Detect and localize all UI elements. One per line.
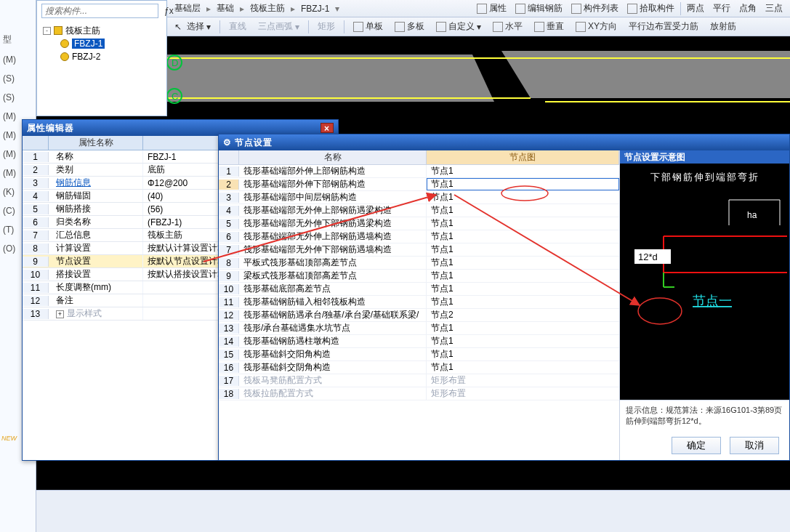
breadcrumb-seg[interactable]: FBZJ-1 [298, 4, 332, 14]
arc3-tool: 三点画弧 ▾ [255, 20, 302, 33]
node-map-value[interactable]: 节点2 [427, 309, 619, 321]
node-table-row[interactable]: 15筏形基础斜交阳角构造节点1 [219, 348, 619, 361]
node-map-value[interactable]: 节点1 [427, 230, 619, 243]
node-map-value[interactable]: 节点1 [427, 283, 619, 295]
node-map-value[interactable]: 节点1 [427, 335, 619, 347]
three-point-button[interactable]: 三点 [762, 1, 786, 15]
node-table-row[interactable]: 18筏板拉筋配置方式矩形布置 [219, 387, 619, 400]
node-table-row[interactable]: 8平板式筏形基础顶部高差节点节点1 [219, 257, 619, 270]
attr-name: 钢筋信息 [56, 177, 91, 188]
tree-toggle-icon[interactable]: - [43, 27, 51, 35]
node-map-value[interactable]: 节点1 [427, 217, 619, 230]
node-table-row[interactable]: 2筏形基础端部外伸下部钢筋构造节点1 [219, 178, 619, 191]
node-settings-title[interactable]: ⚙ 节点设置 [219, 134, 789, 150]
attr-name: 类别 [56, 164, 73, 174]
select-tool[interactable]: ↖选择 ▾ [172, 20, 214, 33]
multi-board-button[interactable]: 多板 [392, 20, 427, 33]
node-table-row[interactable]: 13筏形/承台基础遇集水坑节点节点1 [219, 322, 619, 335]
node-map-value[interactable]: 节点1 [427, 191, 619, 203]
point-angle-button[interactable]: 点角 [736, 1, 759, 15]
node-map-value[interactable]: 节点1 [427, 165, 619, 177]
row-number: 5 [219, 219, 239, 229]
node-table-row[interactable]: 16筏形基础斜交阴角构造节点1 [219, 361, 619, 374]
row-number: 17 [219, 376, 239, 386]
node-table-row[interactable]: 1筏形基础端部外伸上部钢筋构造节点1 [219, 165, 619, 178]
parallel-edge-button[interactable]: 平行边布置受力筋 [626, 20, 701, 33]
two-point-button[interactable]: 两点 [684, 1, 707, 15]
custom-button[interactable]: 自定义 ▾ [433, 20, 484, 33]
row-number: 4 [23, 191, 49, 201]
node-table-row[interactable]: 3筏形基础端部中间层钢筋构造节点1 [219, 191, 619, 204]
attr-name: 归类名称 [56, 217, 91, 227]
row-number: 9 [23, 257, 49, 267]
attr-name: 计算设置 [56, 243, 91, 253]
xy-button[interactable]: XY方向 [573, 20, 620, 33]
svg-text:C: C [172, 91, 178, 102]
tree-item-fbzj2[interactable]: FBZJ-2 [72, 52, 100, 62]
node-name: 筏形基础端部外伸下部钢筋构造 [239, 178, 427, 190]
search-input[interactable] [41, 4, 158, 18]
node-map-value[interactable]: 矩形布置 [427, 374, 619, 387]
node-settings-window: ⚙ 节点设置 名称 节点图 1筏形基础端部外伸上部钢筋构造节点12筏形基础端部外… [218, 134, 790, 461]
node-map-value[interactable]: 节点1 [427, 243, 619, 256]
vert-icon [534, 22, 544, 32]
node-name: 筏形基础端部无外伸上部钢筋遇梁构造 [239, 204, 427, 217]
node-table-row[interactable]: 10筏形基础底部高差节点节点1 [219, 283, 619, 296]
node-map-value[interactable]: 节点1 [427, 270, 619, 282]
node-map-value[interactable]: 矩形布置 [427, 387, 619, 400]
cancel-button[interactable]: 取消 [730, 437, 779, 454]
row-number: 7 [219, 245, 239, 255]
node-map-value[interactable]: 节点1 [427, 296, 619, 308]
radial-button[interactable]: 放射筋 [707, 20, 739, 33]
node-table-row[interactable]: 12筏形基础钢筋遇承台/独基/承台梁/基础联系梁/节点2 [219, 309, 619, 322]
pick-member-button[interactable]: 拾取构件 [624, 1, 677, 15]
node-map-value[interactable]: 节点1 [427, 322, 619, 334]
node-table-row[interactable]: 17筏板马凳筋配置方式矩形布置 [219, 374, 619, 387]
rect-tool: 矩形 [315, 20, 338, 33]
row-number: 3 [23, 178, 49, 188]
row-number: 13 [23, 309, 49, 319]
single-board-button[interactable]: 单板 [350, 20, 386, 33]
breadcrumb-seg[interactable]: 基础 [214, 2, 237, 15]
node-map-value[interactable]: 节点1 [427, 257, 619, 269]
node-name: 筏形/承台基础遇集水坑节点 [239, 322, 427, 334]
row-number: 11 [219, 297, 239, 307]
member-tree[interactable]: - 筏板主筋 FBZJ-1 FBZJ-2 [37, 21, 166, 66]
member-list-button[interactable]: 构件列表 [568, 1, 621, 15]
tree-item-fbzj1[interactable]: FBZJ-1 [72, 39, 105, 49]
side-label: (S) [0, 69, 36, 88]
node-map-value[interactable]: 节点1 [427, 361, 619, 374]
node-map-value[interactable]: 节点1 [427, 178, 619, 190]
demo-panel-title: 节点设置示意图 [620, 150, 789, 164]
breadcrumb-seg[interactable]: 筏板主筋 [247, 2, 288, 15]
node-name: 筏形基础钢筋锚入相邻筏板构造 [239, 296, 427, 308]
node-map-value[interactable]: 节点1 [427, 204, 619, 217]
vert-button[interactable]: 垂直 [531, 20, 567, 33]
node-table-row[interactable]: 9梁板式筏形基础顶部高差节点节点1 [219, 270, 619, 283]
ok-button[interactable]: 确定 [672, 437, 721, 454]
close-icon[interactable]: × [321, 123, 334, 133]
node-table-body[interactable]: 1筏形基础端部外伸上部钢筋构造节点12筏形基础端部外伸下部钢筋构造节点13筏形基… [219, 165, 619, 460]
node-table-row[interactable]: 7筏形基础端部无外伸下部钢筋遇墙构造节点1 [219, 243, 619, 257]
node-map-value[interactable]: 节点1 [427, 348, 619, 360]
svg-text:D: D [172, 57, 178, 68]
node-table-row[interactable]: 5筏形基础端部无外伸下部钢筋遇梁构造节点1 [219, 217, 619, 230]
node-name: 筏形基础钢筋遇柱墩构造 [239, 335, 427, 347]
parallel-button[interactable]: 平行 [710, 1, 733, 15]
list-icon [571, 4, 581, 14]
expand-icon[interactable]: + [56, 310, 64, 318]
row-number: 12 [219, 310, 239, 321]
search-go-button[interactable]: ƒx [161, 6, 177, 16]
edit-rebar-button[interactable]: 编辑钢筋 [512, 1, 565, 15]
new-badge: NEW [1, 435, 17, 442]
attr-button[interactable]: 属性 [474, 1, 509, 15]
node-table-row[interactable]: 6筏形基础端部无外伸上部钢筋遇墙构造节点1 [219, 230, 619, 243]
attr-name: 搭接设置 [56, 269, 91, 279]
member-icon [60, 52, 69, 61]
node-table-row[interactable]: 14筏形基础钢筋遇柱墩构造节点1 [219, 335, 619, 348]
row-number: 8 [219, 258, 239, 268]
node-table-row[interactable]: 4筏形基础端部无外伸上部钢筋遇梁构造节点1 [219, 204, 619, 217]
tree-root-label[interactable]: 筏板主筋 [65, 25, 100, 37]
horiz-button[interactable]: 水平 [490, 20, 525, 33]
node-table-row[interactable]: 11筏形基础钢筋锚入相邻筏板构造节点1 [219, 296, 619, 309]
